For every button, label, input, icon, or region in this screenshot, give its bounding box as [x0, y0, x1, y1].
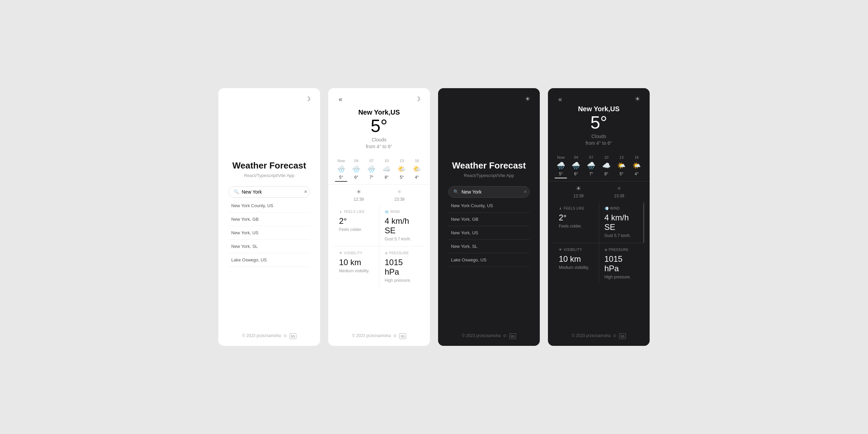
- github-icon[interactable]: ⊙: [283, 333, 287, 339]
- panel3-header: ☀: [438, 88, 540, 110]
- pressure-cell: ⊕ PRESSURE 1015 hPa High pressure.: [379, 246, 425, 288]
- hour-item[interactable]: 13 🌤️ 5°: [396, 159, 408, 182]
- hour-item[interactable]: 13 🌤️ 5°: [615, 155, 628, 178]
- wind-sub: Gust 5.7 km/h.: [385, 237, 419, 241]
- wind-icon: 💨: [605, 206, 609, 210]
- feels-like-cell: 🌡 FEELS LIKE 2° Feels colder.: [334, 205, 379, 246]
- hour-item[interactable]: Now 🌧️ 5°: [335, 159, 347, 182]
- feels-like-cell: 🌡 FEELS LIKE 2° Feels colder.: [553, 202, 599, 243]
- stats-grid: 🌡 FEELS LIKE 2° Feels colder. 💨 WIND 4 k…: [334, 205, 425, 288]
- linkedin-icon[interactable]: in: [290, 333, 296, 339]
- sunset-icon: ☀: [397, 188, 402, 196]
- feels-like-value: 2°: [339, 216, 374, 226]
- sunrise-sunset-row: ☀ 12:39 ☀ 23:39: [328, 185, 430, 205]
- feels-like-sub: Feels colder.: [559, 224, 593, 229]
- clear-icon[interactable]: ✕: [304, 189, 308, 194]
- feels-like-sub: Feels colder.: [339, 227, 374, 232]
- sunset-item: ☀ 23:39: [394, 188, 405, 202]
- visibility-sub: Medium visibility.: [339, 269, 374, 273]
- search-result-item[interactable]: Lake Oswego, US: [229, 253, 310, 267]
- panel-dark-search: ☀ Weather Forecast React/Typescript/Vite…: [438, 88, 540, 346]
- temp-range: from 4° to 6°: [335, 144, 423, 149]
- footer: © 2023 przezsamoha ⊙ in: [328, 327, 430, 346]
- search-result-item[interactable]: New York, GB: [448, 213, 530, 226]
- sunrise-sunset-row: ☀ 12:39 ☀ 23:39: [548, 181, 650, 202]
- stats-grid: 🌡 FEELS LIKE 2° Feels colder. 💨 WIND 4 k…: [553, 202, 644, 284]
- feels-like-icon: 🌡: [559, 206, 563, 210]
- sunrise-time: 12:39: [354, 197, 364, 202]
- hour-item[interactable]: 16 🌤️ 4°: [411, 159, 423, 182]
- hour-item[interactable]: 07 🌧️ 7°: [366, 159, 378, 182]
- search-result-item[interactable]: New York, US: [448, 226, 530, 240]
- github-icon[interactable]: ⊙: [503, 333, 507, 339]
- search-result-item[interactable]: New York County, US: [229, 199, 310, 213]
- moon-icon[interactable]: ☽: [302, 94, 313, 104]
- hour-item[interactable]: 07 🌧️ 7°: [585, 155, 597, 178]
- search-input[interactable]: [461, 189, 521, 195]
- weather-description: Clouds: [555, 134, 643, 139]
- chevron-left-icon[interactable]: «: [335, 94, 346, 104]
- pressure-value: 1015 hPa: [385, 258, 419, 277]
- footer-icons: ⊙ in: [613, 333, 626, 339]
- search-icon: 🔍: [453, 189, 459, 194]
- hour-item[interactable]: 10 ☁️ 8°: [380, 159, 393, 182]
- search-result-item[interactable]: New York, SL: [448, 240, 530, 253]
- panel1-header: ☽: [218, 88, 320, 110]
- visibility-icon: 👁: [559, 248, 563, 252]
- pressure-icon: ⊕: [605, 248, 608, 252]
- github-icon[interactable]: ⊙: [393, 333, 397, 339]
- visibility-value: 10 km: [559, 254, 593, 264]
- chevron-left-icon[interactable]: «: [555, 94, 566, 104]
- search-result-item[interactable]: New York, GB: [229, 213, 310, 226]
- wind-value: 4 km/h SE: [605, 213, 639, 232]
- linkedin-icon[interactable]: in: [399, 333, 406, 339]
- search-input[interactable]: [242, 189, 301, 195]
- sun-icon[interactable]: ☀: [632, 94, 643, 104]
- sun-icon[interactable]: ☀: [522, 94, 533, 104]
- panel4-header: « ☀: [548, 88, 650, 110]
- visibility-cell: 👁 VISIBILITY 10 km Medium visibility.: [334, 246, 379, 288]
- search-result-item[interactable]: New York, US: [229, 226, 310, 240]
- temperature: 5°: [555, 113, 643, 132]
- moon-icon[interactable]: ☽: [412, 94, 423, 104]
- footer: © 2023 przezsamoha ⊙ in: [548, 327, 650, 346]
- search-result-item[interactable]: New York County, US: [448, 199, 530, 213]
- wind-value: 4 km/h SE: [385, 216, 419, 235]
- pressure-icon: ⊕: [385, 251, 388, 255]
- footer: © 2023 przezsamoha ⊙ in: [218, 327, 320, 346]
- sunset-icon: ☀: [616, 185, 622, 192]
- linkedin-icon[interactable]: in: [619, 333, 626, 339]
- app-title: Weather Forecast: [452, 160, 526, 171]
- sunrise-icon: ☀: [576, 185, 581, 192]
- wind-icon: 💨: [385, 210, 389, 214]
- hour-item[interactable]: Now 🌧️ 5°: [555, 155, 567, 178]
- temp-range: from 4° to 6°: [555, 140, 643, 146]
- hour-item[interactable]: 16 🌤️ 4°: [631, 155, 643, 178]
- hour-item[interactable]: 04 🌧️ 6°: [350, 159, 362, 182]
- hour-item[interactable]: 10 ☁️ 8°: [600, 155, 612, 178]
- app-subtitle: React/Typescript/Vite App: [244, 173, 295, 178]
- visibility-value: 10 km: [339, 258, 374, 267]
- search-result-item[interactable]: New York, SL: [229, 240, 310, 253]
- pressure-value: 1015 hPa: [605, 254, 639, 273]
- panel-light-weather: « ☽ New York,US 5° Clouds from 4° to 6° …: [328, 88, 430, 346]
- search-result-item[interactable]: Lake Oswego, US: [448, 253, 530, 267]
- hourly-forecast: Now 🌧️ 5° 04 🌧️ 6° 07 🌧️ 7° 10 ☁️ 8° 13 …: [328, 155, 430, 185]
- search-box[interactable]: 🔍 ✕: [448, 186, 530, 198]
- weather-description: Clouds: [335, 137, 423, 142]
- linkedin-icon[interactable]: in: [509, 333, 516, 339]
- footer-icons: ⊙ in: [393, 333, 406, 339]
- feels-like-icon: 🌡: [339, 210, 343, 214]
- panel-dark-weather: « ☀ New York,US 5° Clouds from 4° to 6° …: [548, 88, 650, 346]
- hour-item[interactable]: 04 🌧️ 6°: [570, 155, 582, 178]
- visibility-icon: 👁: [339, 251, 343, 255]
- sunrise-item: ☀ 12:39: [573, 185, 584, 198]
- github-icon[interactable]: ⊙: [613, 333, 616, 339]
- wind-cell: 💨 WIND 4 km/h SE Gust 5.7 km/h.: [599, 202, 645, 243]
- pressure-sub: High pressure.: [385, 278, 419, 283]
- panel1-content: Weather Forecast React/Typescript/Vite A…: [218, 88, 320, 327]
- clear-icon[interactable]: ✕: [524, 189, 527, 194]
- footer-icons: ⊙ in: [503, 333, 516, 339]
- search-box[interactable]: 🔍 ✕: [229, 186, 310, 198]
- app-title: Weather Forecast: [232, 160, 306, 171]
